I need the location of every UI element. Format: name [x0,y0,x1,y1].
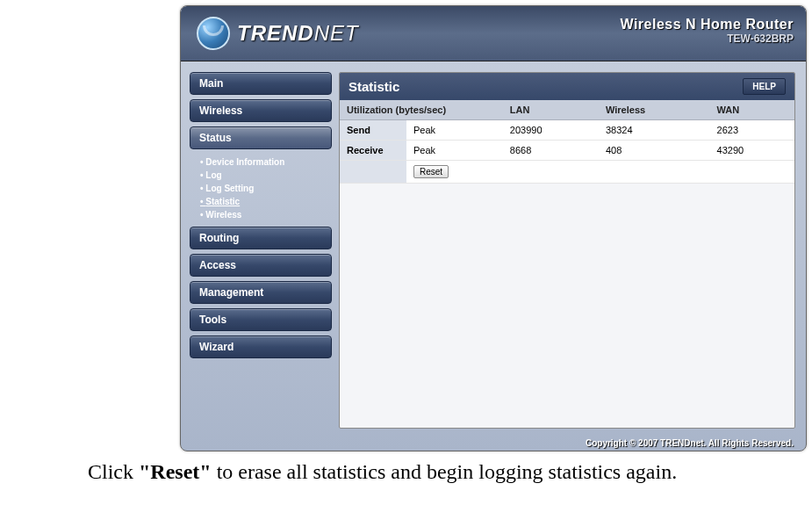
row-receive-wireless: 408 [599,141,710,161]
row-send-wan: 2623 [710,120,794,141]
nav-access[interactable]: Access [190,254,332,277]
brand-text: TRENDNET [237,21,359,46]
product-name: Wireless N Home Router [620,17,794,32]
brand-logo: TRENDNET [197,17,359,50]
content-header: Statistic HELP [340,73,794,100]
row-reset: Reset [340,161,794,184]
subnav-device-info[interactable]: Device Information [200,155,332,169]
table-header-row: Utilization (bytes/sec) LAN Wireless WAN [340,100,794,120]
nav-status[interactable]: Status [190,126,332,149]
row-receive-type: Peak [406,141,503,161]
col-lan: LAN [503,100,599,120]
col-wan: WAN [710,100,794,120]
help-button[interactable]: HELP [743,78,786,95]
router-admin-panel: TRENDNET Wireless N Home Router TEW-632B… [180,5,807,451]
globe-icon [197,17,230,50]
nav-management[interactable]: Management [190,281,332,304]
copyright-footer: Copyright © 2007 TRENDnet. All Rights Re… [586,438,794,448]
row-send-lan: 203990 [503,120,599,141]
sidebar-nav: Main Wireless Status Device Information … [181,61,339,436]
subnav-log-setting[interactable]: Log Setting [200,182,332,195]
instruction-pre: Click [88,460,139,483]
instruction-bold: "Reset" [139,460,212,483]
subnav-log[interactable]: Log [200,169,332,182]
reset-spacer [340,161,406,184]
row-receive-lan: 8668 [503,141,599,161]
header-product: Wireless N Home Router TEW-632BRP [620,17,794,45]
reset-button[interactable]: Reset [413,165,449,178]
subnav-wireless[interactable]: Wireless [200,208,332,221]
nav-tools[interactable]: Tools [190,308,332,331]
col-utilization: Utilization (bytes/sec) [340,100,503,120]
brand-thin: NET [314,21,359,45]
row-send-type: Peak [406,120,503,141]
content-panel: Statistic HELP Utilization (bytes/sec) L… [339,72,795,429]
instruction-text: Click "Reset" to erase all statistics an… [88,460,677,484]
nav-status-subitems: Device Information Log Log Setting Stati… [190,154,332,227]
nav-wizard[interactable]: Wizard [190,335,332,358]
row-send-wireless: 38324 [599,120,710,141]
reset-cell: Reset [406,161,794,184]
nav-main[interactable]: Main [190,72,332,95]
nav-wireless[interactable]: Wireless [190,99,332,122]
row-receive: Receive Peak 8668 408 43290 [340,141,794,161]
product-model: TEW-632BRP [620,32,794,45]
subnav-statistic[interactable]: Statistic [200,195,332,208]
statistics-table: Utilization (bytes/sec) LAN Wireless WAN… [340,100,794,184]
row-send: Send Peak 203990 38324 2623 [340,120,794,141]
brand-bold: TREND [237,21,314,45]
row-receive-label: Receive [340,141,406,161]
header-bar: TRENDNET Wireless N Home Router TEW-632B… [181,6,806,61]
nav-routing[interactable]: Routing [190,227,332,249]
row-receive-wan: 43290 [710,141,794,161]
row-send-label: Send [340,120,406,141]
col-wireless: Wireless [599,100,710,120]
page-title: Statistic [349,79,399,94]
instruction-post: to erase all statistics and begin loggin… [212,460,678,483]
